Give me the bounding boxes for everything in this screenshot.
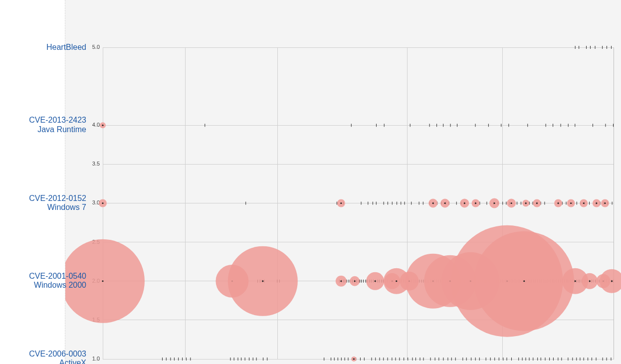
bubble-center xyxy=(604,202,606,204)
row-label-line2: Windows 7 xyxy=(0,203,86,212)
bubble-center xyxy=(340,202,342,204)
row-label: CVE-2006-0003ActiveX xyxy=(0,350,86,364)
bubble-center xyxy=(570,202,572,204)
y-tick-label: 5.0 xyxy=(92,44,100,50)
bubble-center xyxy=(536,202,538,204)
row-label-line1: CVE-2006-0003 xyxy=(0,350,86,359)
row-label-line1: CVE-2013-2423 xyxy=(0,116,86,125)
bubble-center xyxy=(340,280,342,282)
row-label-line1: HeartBleed xyxy=(0,43,86,52)
bubble-chart[interactable]: 1.01.52.02.53.03.54.05.0 xyxy=(65,0,621,364)
bubble-center xyxy=(523,280,525,282)
bubble-center xyxy=(475,202,476,204)
row-label-line2: Java Runtime xyxy=(0,125,86,134)
bubble-center xyxy=(589,280,591,282)
bubble-center xyxy=(493,202,495,204)
bubble-center xyxy=(583,202,585,204)
row-label-line1: CVE-2012-0152 xyxy=(0,194,86,203)
bubble-center xyxy=(375,280,376,282)
y-tick-label: 3.0 xyxy=(92,199,100,205)
bubble-center xyxy=(354,280,356,282)
bubble-center xyxy=(511,202,512,204)
bubble-center xyxy=(102,202,103,204)
row-label: CVE-2001-0540Windows 2000 xyxy=(0,272,86,290)
bubble-center xyxy=(611,280,613,282)
bubble-center xyxy=(525,202,527,204)
bubble-center xyxy=(575,280,576,282)
bubble-center xyxy=(353,358,355,360)
bubble-center xyxy=(444,202,445,204)
bubble-center xyxy=(596,202,597,204)
bubble-center xyxy=(102,125,103,126)
bubble-center xyxy=(102,280,103,282)
bubble-center xyxy=(396,280,397,282)
y-tick-label: 1.0 xyxy=(92,356,100,362)
y-tick-label: 3.5 xyxy=(92,161,100,167)
plot-panel: 1.01.52.02.53.03.54.05.0 xyxy=(65,0,621,364)
bubble[interactable] xyxy=(600,269,621,293)
bubble-center xyxy=(432,202,434,204)
row-label-line2: Windows 2000 xyxy=(0,281,86,290)
row-label: CVE-2012-0152Windows 7 xyxy=(0,194,86,212)
row-label-line1: CVE-2001-0540 xyxy=(0,272,86,281)
row-label: CVE-2013-2423Java Runtime xyxy=(0,116,86,134)
row-label-line2: ActiveX xyxy=(0,359,86,364)
bubble-center xyxy=(464,202,465,204)
bubble-center xyxy=(262,280,263,282)
chart-root: { "chart_data": { "type": "scatter", "ti… xyxy=(0,0,621,364)
row-label: HeartBleed xyxy=(0,43,86,52)
bubble-center xyxy=(557,202,559,204)
y-tick-label: 4.0 xyxy=(92,122,100,128)
